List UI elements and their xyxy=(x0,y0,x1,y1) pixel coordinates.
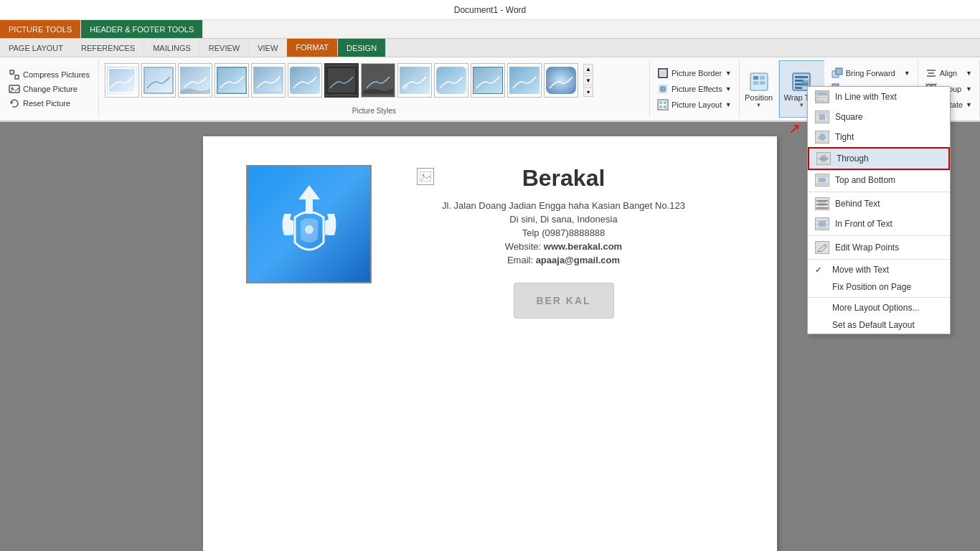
red-arrow-indicator: ↗ xyxy=(788,120,801,137)
inline-text-label: In Line with Text xyxy=(835,92,897,102)
tab-format[interactable]: FORMAT xyxy=(287,39,338,57)
through-wrap-label: Through xyxy=(837,154,869,164)
menu-item-edit-wrap[interactable]: Edit Wrap Points xyxy=(808,237,950,258)
reset-picture-icon xyxy=(9,98,20,109)
style-thumb-13[interactable] xyxy=(544,63,578,98)
menu-item-through[interactable]: Through xyxy=(808,147,950,170)
tab-references[interactable]: REFERENCES xyxy=(72,39,144,57)
tab-page-layout[interactable]: PAGE LAYOUT xyxy=(0,39,72,57)
svg-rect-87 xyxy=(827,156,829,158)
bring-forward-btn[interactable]: Bring Forward ▼ xyxy=(829,66,913,80)
svg-rect-38 xyxy=(760,76,765,80)
svg-rect-45 xyxy=(795,87,802,89)
doc-text-area: Berakal Jl. Jalan Doang Jadian Engga hah… xyxy=(393,165,734,319)
title-bar: Document1 - Word xyxy=(0,0,980,20)
style-thumb-6[interactable] xyxy=(288,63,322,98)
company-logo xyxy=(246,165,372,283)
style-thumb-5[interactable] xyxy=(251,63,286,98)
scroll-expand-btn[interactable]: ▾ xyxy=(583,87,593,97)
tab-review[interactable]: REVIEW xyxy=(200,39,249,57)
compress-pictures-btn[interactable]: Compress Pictures xyxy=(6,67,93,82)
company-phone: Telp (0987)8888888 xyxy=(393,227,734,238)
picture-styles-section: ▲ ▼ ▾ Picture Styles xyxy=(99,60,650,118)
tight-wrap-icon xyxy=(815,131,829,143)
style-thumb-10[interactable] xyxy=(434,63,468,98)
svg-rect-40 xyxy=(760,81,765,85)
position-group[interactable]: Position ▼ xyxy=(740,60,779,118)
tab-view[interactable]: VIEW xyxy=(249,39,287,57)
svg-rect-91 xyxy=(819,178,826,182)
svg-rect-90 xyxy=(818,163,829,164)
svg-rect-1 xyxy=(15,75,19,79)
scroll-down-btn[interactable]: ▼ xyxy=(583,75,593,85)
change-picture-btn[interactable]: Change Picture xyxy=(6,82,80,96)
svg-rect-93 xyxy=(816,183,828,185)
position-chevron[interactable]: ▼ xyxy=(756,102,762,108)
tab-design[interactable]: DESIGN xyxy=(338,39,386,57)
style-thumb-1[interactable] xyxy=(105,63,139,98)
svg-rect-48 xyxy=(836,68,842,75)
style-thumb-2[interactable] xyxy=(141,63,176,98)
style-thumb-3[interactable] xyxy=(178,63,212,98)
align-btn[interactable]: Align ▼ xyxy=(923,66,975,80)
menu-item-move-with-text[interactable]: ✓ Move with Text xyxy=(808,261,950,278)
menu-item-more-layout[interactable]: ✓ More Layout Options... xyxy=(808,299,950,316)
svg-rect-70 xyxy=(817,100,824,101)
front-text-icon xyxy=(815,217,829,230)
picture-border-chevron[interactable]: ▼ xyxy=(725,70,732,77)
picture-effects-btn[interactable]: Picture Effects ▼ xyxy=(654,82,735,96)
wrap-text-chevron[interactable]: ▼ xyxy=(798,102,804,108)
picture-layout-btn[interactable]: Picture Layout ▼ xyxy=(654,98,735,112)
svg-rect-100 xyxy=(816,227,828,229)
tight-wrap-label: Tight xyxy=(835,132,854,142)
menu-item-top-bottom[interactable]: Top and Bottom xyxy=(808,170,950,190)
picture-border-btn[interactable]: Picture Border ▼ xyxy=(654,66,735,80)
tab-mailings[interactable]: MAILINGS xyxy=(144,39,200,57)
scroll-up-btn[interactable]: ▲ xyxy=(583,64,593,74)
svg-rect-82 xyxy=(826,137,828,138)
svg-rect-7 xyxy=(107,67,137,94)
menu-item-front-text[interactable]: In Front of Text xyxy=(808,214,950,234)
svg-point-66 xyxy=(305,225,314,234)
svg-marker-6 xyxy=(11,101,14,104)
top-bottom-wrap-icon xyxy=(815,174,829,187)
style-thumb-8[interactable] xyxy=(361,63,395,98)
separator-4 xyxy=(808,297,950,298)
svg-rect-26 xyxy=(546,67,576,94)
svg-rect-74 xyxy=(826,114,828,116)
wrap-text-dropdown: In Line with Text Square Tight Through T… xyxy=(807,86,951,334)
separator-2 xyxy=(808,235,950,236)
through-wrap-icon xyxy=(816,152,831,165)
image-placeholder-icon xyxy=(417,168,434,185)
svg-rect-71 xyxy=(819,114,825,120)
align-label: Align xyxy=(940,69,957,77)
picture-layout-chevron[interactable]: ▼ xyxy=(725,101,732,108)
picture-effects-icon xyxy=(657,83,669,95)
menu-item-fix-position[interactable]: ✓ Fix Position on Page xyxy=(808,278,950,296)
style-thumb-7[interactable] xyxy=(324,63,359,98)
svg-rect-89 xyxy=(818,154,829,154)
svg-rect-23 xyxy=(473,67,503,94)
tab-picture-tools[interactable]: PICTURE TOOLS xyxy=(0,20,81,38)
align-icon xyxy=(925,67,937,79)
menu-item-square[interactable]: Square xyxy=(808,107,950,127)
picture-effects-group: Picture Border ▼ Picture Effects ▼ Pictu… xyxy=(650,60,740,118)
style-thumb-12[interactable] xyxy=(507,63,542,98)
style-thumb-9[interactable] xyxy=(397,63,432,98)
website-url: www.berakal.com xyxy=(544,241,622,252)
tab-header-footer-tools[interactable]: HEADER & FOOTER TOOLS xyxy=(81,20,203,38)
style-thumb-11[interactable] xyxy=(471,63,505,98)
move-with-text-label: Move with Text xyxy=(832,265,889,275)
style-thumb-4[interactable] xyxy=(215,63,249,98)
menu-item-set-default[interactable]: ✓ Set as Default Layout xyxy=(808,316,950,334)
svg-rect-95 xyxy=(816,200,828,202)
position-icon xyxy=(748,70,771,93)
svg-rect-9 xyxy=(143,67,174,94)
reset-picture-btn[interactable]: Reset Picture xyxy=(6,96,73,110)
menu-item-behind-text[interactable]: Behind Text xyxy=(808,194,950,214)
inline-text-icon xyxy=(815,90,829,103)
picture-effects-chevron[interactable]: ▼ xyxy=(725,85,732,93)
menu-item-inline[interactable]: In Line with Text xyxy=(808,87,950,107)
menu-item-tight[interactable]: Tight xyxy=(808,127,950,147)
svg-rect-69 xyxy=(817,97,827,98)
